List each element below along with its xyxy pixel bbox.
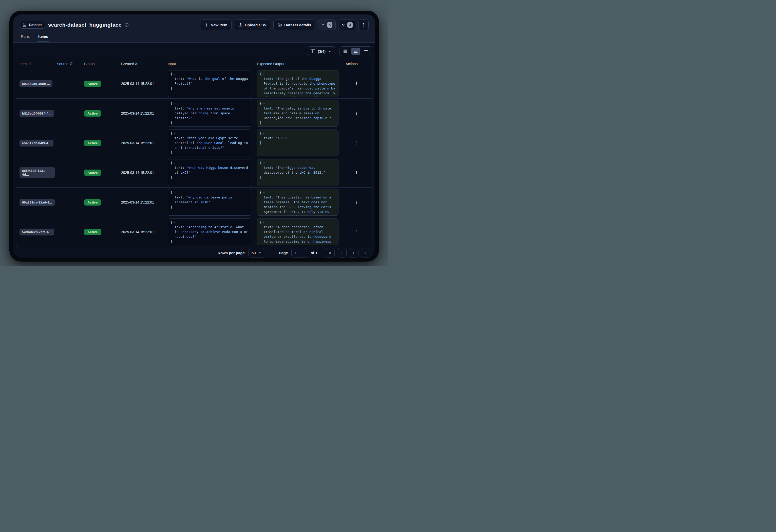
columns-icon bbox=[311, 49, 315, 53]
chevron-down-icon bbox=[342, 23, 345, 27]
last-page-button[interactable]: » bbox=[361, 248, 370, 257]
item-id-chip[interactable]: 60a392da-81ad-4... bbox=[19, 199, 55, 206]
json-collapse-icon bbox=[262, 103, 265, 105]
expected-output-json-cell[interactable]: { text: "1956" } bbox=[257, 130, 339, 156]
rows-per-page-select[interactable]: 50 bbox=[248, 248, 265, 257]
kebab-icon bbox=[355, 111, 358, 115]
input-json-text: text: "why did us leave paris agreement … bbox=[171, 195, 248, 204]
status-badge: Active bbox=[84, 199, 101, 205]
tab-items[interactable]: Items bbox=[38, 34, 49, 42]
col-header-source-label: Source bbox=[57, 62, 68, 66]
chevron-down-icon bbox=[259, 251, 262, 254]
input-json-text: text: "According to Aristotle, what is n… bbox=[171, 224, 248, 239]
double-chevron-right-icon: » bbox=[364, 250, 367, 255]
items-table: Item id Source Status Created At Input E… bbox=[16, 59, 372, 247]
col-header-input: Input bbox=[166, 62, 255, 66]
source-info-icon[interactable] bbox=[70, 62, 73, 66]
close-brace: } bbox=[171, 150, 248, 155]
density-option-compact[interactable] bbox=[341, 48, 350, 55]
col-header-item-id: Item id bbox=[16, 62, 55, 66]
row-actions-button[interactable] bbox=[352, 78, 361, 89]
rows-per-page-value: 50 bbox=[251, 251, 256, 255]
item-id-chip[interactable]: 593a40a9-36cb-... bbox=[19, 80, 52, 87]
open-brace: { bbox=[260, 131, 262, 136]
tab-runs[interactable]: Runs bbox=[20, 34, 30, 42]
density-option-default[interactable] bbox=[351, 48, 360, 55]
table-row: c65f41c8-1131-4d... Active 2025-03-14 15… bbox=[16, 158, 372, 187]
status-badge: Active bbox=[84, 110, 101, 117]
close-brace: } bbox=[171, 86, 248, 91]
row-actions-button[interactable] bbox=[352, 227, 361, 237]
keycap-k: K bbox=[327, 22, 332, 28]
plus-icon bbox=[204, 23, 208, 27]
new-item-button[interactable]: New item bbox=[200, 19, 231, 30]
dataset-details-label: Dataset details bbox=[284, 23, 311, 27]
json-collapse-icon bbox=[173, 73, 176, 75]
row-actions-button[interactable] bbox=[352, 197, 361, 207]
expected-output-json-text: text: "A good character, often translate… bbox=[260, 224, 336, 245]
json-collapse-icon bbox=[173, 221, 176, 223]
json-collapse-icon bbox=[173, 162, 176, 164]
header-actions: New item Upload CSV bbox=[200, 19, 369, 30]
row-actions-button[interactable] bbox=[352, 108, 361, 118]
database-icon bbox=[22, 23, 27, 27]
folder-icon bbox=[278, 23, 282, 27]
chevron-down-icon bbox=[328, 50, 331, 53]
previous-item-button[interactable]: K bbox=[318, 19, 336, 30]
input-json-cell[interactable]: { text: "why are nasa astronauts delayed… bbox=[168, 100, 251, 127]
expected-output-json-cell[interactable]: { text: "This question is based on a fal… bbox=[257, 189, 339, 216]
columns-dropdown[interactable]: (3/4) bbox=[307, 46, 335, 56]
previous-page-button[interactable]: ‹ bbox=[337, 248, 347, 257]
col-header-created-at: Created At bbox=[119, 62, 166, 66]
more-options-button[interactable] bbox=[359, 19, 369, 30]
input-json-cell[interactable]: { text: "What is the goal of the Quagga … bbox=[168, 70, 251, 97]
item-id-chip[interactable]: c65f41c8-1131-4d... bbox=[19, 167, 55, 178]
first-page-button[interactable]: « bbox=[325, 248, 335, 257]
expected-output-json-cell[interactable]: { text: "A good character, often transla… bbox=[257, 218, 339, 245]
row-actions-button[interactable] bbox=[352, 138, 361, 148]
page-title: search-dataset_huggingface bbox=[48, 22, 122, 28]
open-brace: { bbox=[260, 220, 262, 224]
expected-output-json-cell[interactable]: { text: "The delay is due to thruster fa… bbox=[257, 100, 339, 127]
kebab-icon bbox=[355, 81, 358, 86]
open-brace: { bbox=[260, 101, 262, 106]
new-item-label: New item bbox=[211, 23, 227, 27]
json-collapse-icon bbox=[173, 103, 176, 105]
dataset-details-button[interactable]: Dataset details bbox=[273, 19, 316, 30]
page-total: of 1 bbox=[311, 251, 318, 255]
keycap-j: J bbox=[347, 22, 353, 28]
input-json-cell[interactable]: { text: "What year did Egypt seize contr… bbox=[168, 130, 251, 156]
page-input[interactable] bbox=[292, 248, 307, 257]
input-json-cell[interactable]: { text: "why did us leave paris agreemen… bbox=[168, 189, 251, 216]
title-info-icon[interactable] bbox=[125, 23, 129, 27]
input-json-text: text: "when was higgs boson discoverd at… bbox=[171, 165, 248, 175]
close-brace: } bbox=[171, 120, 248, 125]
item-id-chip[interactable]: e5401772-84f9-4... bbox=[19, 140, 53, 147]
expected-output-json-cell[interactable]: { text: "The goal of the Quagga Project … bbox=[257, 70, 339, 97]
open-brace: { bbox=[171, 160, 173, 165]
open-brace: { bbox=[260, 160, 262, 165]
input-json-cell[interactable]: { text: "when was higgs boson discoverd … bbox=[168, 159, 251, 186]
next-item-button[interactable]: J bbox=[338, 19, 356, 30]
title-row: Dataset search-dataset_huggingface Ne bbox=[20, 19, 369, 31]
item-id-chip[interactable]: 54dbdc28-7afa-4... bbox=[19, 229, 54, 235]
row-actions-button[interactable] bbox=[352, 168, 361, 178]
json-collapse-icon bbox=[262, 132, 265, 135]
expected-output-json-text: text: "The Higgs boson was discovered at… bbox=[260, 165, 336, 175]
upload-csv-button[interactable]: Upload CSV bbox=[234, 19, 271, 30]
col-header-expected-output: Expected Output bbox=[255, 62, 342, 66]
table-row: 593a40a9-36cb-... Active 2025-03-14 15:2… bbox=[16, 69, 372, 98]
status-badge: Active bbox=[84, 229, 101, 235]
density-option-relaxed[interactable] bbox=[362, 48, 371, 55]
item-id-chip[interactable]: b813ed0f-0584-4... bbox=[19, 110, 54, 117]
density-toggle-group bbox=[339, 46, 372, 56]
kebab-icon bbox=[355, 230, 358, 234]
expected-output-json-cell[interactable]: { text: "The Higgs boson was discovered … bbox=[257, 159, 339, 186]
page-label: Page bbox=[279, 251, 288, 255]
input-json-text: text: "What year did Egypt seize control… bbox=[171, 136, 248, 150]
next-page-button[interactable]: › bbox=[349, 248, 359, 257]
json-collapse-icon bbox=[262, 73, 265, 75]
open-brace: { bbox=[171, 190, 173, 195]
double-chevron-left-icon: « bbox=[329, 250, 331, 255]
input-json-cell[interactable]: { text: "According to Aristotle, what is… bbox=[168, 218, 251, 245]
